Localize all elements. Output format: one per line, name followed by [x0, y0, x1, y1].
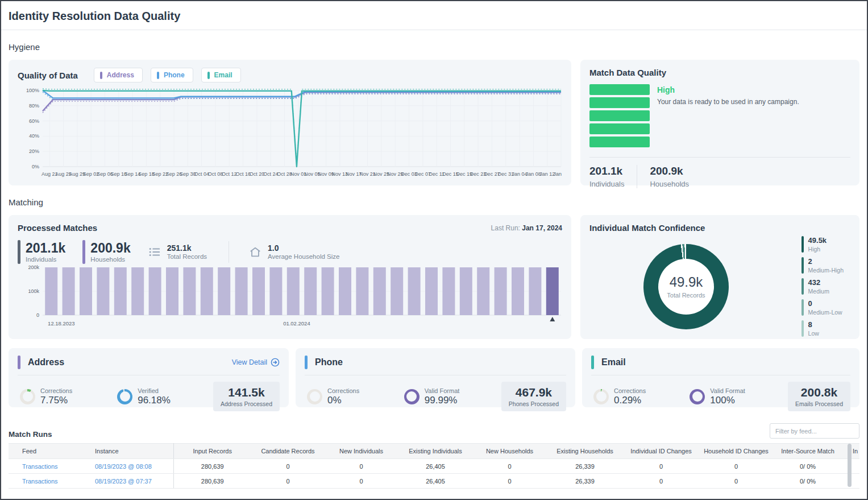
match-data-quality-title: Match Data Quality	[589, 68, 850, 77]
processed-value: 200.8k	[795, 386, 843, 399]
cell: 0/ 0%	[774, 474, 842, 489]
instance-link[interactable]: 08/19/2023 @ 07:37	[95, 478, 152, 485]
cell: 26,339	[546, 459, 624, 474]
individual-match-confidence-card: Individual Match Confidence 49.9k Total …	[580, 215, 859, 339]
match-confidence-legend: 49.5kHigh2Medium-High432Medium0Medium-Lo…	[801, 236, 844, 337]
feed-link[interactable]: Transactions	[22, 478, 58, 485]
email-card-header: Email	[591, 356, 850, 369]
feed-cell: Transactions	[9, 459, 88, 474]
stat-text: 201.1kIndividuals	[26, 241, 65, 263]
address-accent-bar	[18, 356, 20, 369]
phone-card: PhoneCorrections0%Valid Format99.99%467.…	[296, 348, 575, 407]
confidence-text: 2Medium-High	[808, 257, 844, 274]
phone-processed-box: 467.9kPhones Processed	[501, 382, 566, 411]
donut-total-value: 49.9k	[670, 274, 703, 290]
column-header-input-records: Input Records	[173, 444, 251, 459]
quality-legend: AddressPhoneEmail	[94, 68, 241, 82]
phone-card-header: Phone	[305, 356, 566, 369]
feed-filter-input[interactable]	[770, 423, 859, 439]
quality-level-bar	[589, 123, 650, 134]
confidence-label: Medium-Low	[808, 309, 842, 316]
cell: 280,639	[173, 474, 251, 489]
confidence-value: 49.5k	[808, 236, 827, 245]
metric-value: 7.75%	[40, 395, 72, 406]
svg-text:0%: 0%	[32, 164, 39, 170]
instance-link[interactable]: 08/19/2023 @ 08:08	[95, 463, 152, 470]
corrections-ring	[307, 389, 322, 404]
stat-label: Total Records	[167, 253, 207, 260]
confidence-label: Low	[808, 330, 819, 337]
donut-hole: 49.9k Total Records	[658, 259, 714, 315]
feed-link[interactable]: Transactions	[22, 463, 58, 470]
processed-label: Phones Processed	[509, 400, 559, 407]
metric-text: Corrections0.29%	[614, 387, 646, 406]
cell: 0	[251, 474, 325, 489]
svg-text:80%: 80%	[29, 103, 39, 109]
cell: 0	[699, 459, 774, 474]
stat-value: 201.1k	[26, 241, 65, 255]
legend-email-button[interactable]: Email	[201, 68, 241, 82]
matching-row: Processed Matches Last Run: Jan 17, 2024…	[1, 215, 867, 339]
confidence-color-chip	[801, 299, 804, 316]
svg-text:Oct 24: Oct 24	[263, 171, 279, 177]
legend-label: Email	[214, 71, 232, 79]
legend-address-button[interactable]: Address	[94, 68, 143, 82]
last-run-label: Last Run:	[491, 224, 520, 232]
quality-level-description: Your data is ready to be used in any cam…	[657, 98, 799, 106]
metric-text: Valid Format99.99%	[425, 387, 460, 406]
email-series-color-chip	[207, 72, 210, 79]
contact-cards-row: AddressView DetailCorrections7.75%Verifi…	[1, 348, 867, 407]
match-data-quality-stats: 201.1k Individuals 200.9k Households	[589, 165, 850, 188]
phone-corrections-metric: Corrections0%	[305, 387, 404, 406]
stat-label: Individuals	[26, 256, 65, 263]
svg-text:Sep 30: Sep 30	[180, 171, 196, 177]
corrections-ring	[593, 389, 609, 404]
legend-phone-button[interactable]: Phone	[151, 68, 193, 82]
svg-text:40%: 40%	[29, 133, 39, 139]
quality-level-bar	[589, 84, 650, 95]
confidence-legend-item-medium-low: 0Medium-Low	[801, 299, 844, 316]
column-header-inter-source-match: Inter-Source Match	[774, 444, 842, 459]
cell: 0	[624, 459, 699, 474]
page-header: Identity Resolution Data Quality	[1, 1, 867, 30]
metric-label: Verified	[138, 387, 171, 394]
quality-level-bar	[589, 97, 650, 108]
email-accent-bar	[591, 356, 594, 369]
confidence-legend-item-medium-high: 2Medium-High	[801, 257, 844, 274]
metric-value: 0.29%	[614, 395, 646, 406]
table-row: Transactions08/19/2023 @ 07:37280,639002…	[9, 474, 859, 489]
cell: 0	[699, 474, 774, 489]
stat-value: 1.0	[268, 244, 339, 253]
view-detail-link[interactable]: View Detail	[232, 358, 280, 367]
svg-text:100k: 100k	[28, 288, 39, 294]
divider	[18, 375, 280, 375]
quality-level-bar	[589, 110, 650, 121]
matching-section-label: Matching	[9, 197, 859, 207]
view-detail-label: View Detail	[232, 358, 267, 366]
processed-matches-header: Processed Matches Last Run: Jan 17, 2024	[18, 223, 562, 233]
confidence-text: 49.5kHigh	[808, 236, 827, 253]
processed-value: 467.9k	[509, 386, 559, 399]
metric-label: Valid Format	[710, 387, 745, 394]
confidence-legend-item-low: 8Low	[801, 320, 844, 337]
metric-text: Corrections0%	[327, 387, 359, 406]
table-vertical-scrollbar[interactable]	[848, 444, 852, 487]
households-value: 200.9k	[650, 165, 689, 177]
address-corrections-metric: Corrections7.75%	[18, 387, 117, 406]
cell: 0	[251, 459, 325, 474]
metric-value: 100%	[710, 395, 745, 406]
corrections-ring	[20, 389, 35, 404]
confidence-text: 8Low	[808, 320, 819, 337]
cell: 0	[325, 474, 398, 489]
cell: 0	[473, 474, 546, 489]
quality-level-text: High Your data is ready to be used in an…	[657, 84, 799, 147]
processed-matches-bar-chart: 0100k200k12.18.202301.02.2024	[18, 265, 562, 330]
stat-text: 200.9kHouseholds	[90, 241, 130, 263]
svg-text:Oct 08: Oct 08	[208, 171, 223, 177]
column-header-new-households: New Households	[473, 444, 546, 459]
confidence-value: 432	[808, 278, 829, 287]
confidence-text: 432Medium	[808, 278, 829, 295]
svg-text:20%: 20%	[29, 148, 39, 154]
individuals-label: Individuals	[589, 180, 624, 188]
processed-matches-bar-chart-svg: 0100k200k12.18.202301.02.2024	[18, 265, 562, 328]
